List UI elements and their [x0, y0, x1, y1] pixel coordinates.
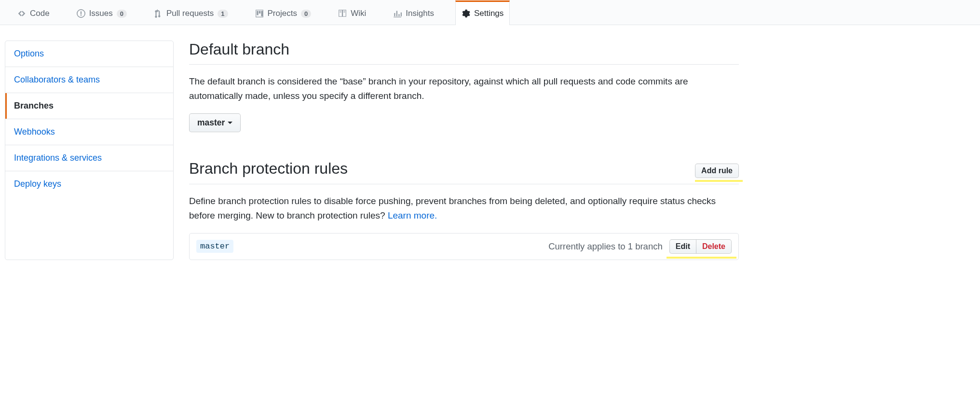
sidemenu-webhooks[interactable]: Webhooks [5, 119, 173, 145]
learn-more-link[interactable]: Learn more. [388, 210, 437, 220]
issue-icon [77, 9, 85, 18]
tab-label: Insights [406, 9, 434, 18]
rule-applies-text: Currently applies to 1 branch [548, 241, 663, 252]
tab-code[interactable]: Code [12, 0, 55, 25]
branch-protection-desc-text: Define branch protection rules to disabl… [189, 196, 716, 220]
edit-rule-button[interactable]: Edit [669, 239, 696, 254]
branch-protection-desc: Define branch protection rules to disabl… [189, 194, 739, 223]
tab-settings[interactable]: Settings [455, 0, 510, 25]
tab-label: Projects [268, 9, 297, 18]
code-icon [17, 9, 26, 18]
pr-icon [154, 9, 163, 18]
tab-count: 1 [218, 10, 228, 18]
settings-sidemenu: Options Collaborators & teams Branches W… [5, 41, 174, 260]
protection-rule-row: master Currently applies to 1 branch Edi… [189, 233, 739, 260]
tab-label: Settings [474, 9, 504, 18]
tab-label: Issues [89, 9, 113, 18]
branch-protection-title-text: Branch protection rules [189, 160, 348, 178]
sidemenu-deploy-keys[interactable]: Deploy keys [5, 171, 173, 197]
tab-pull-requests[interactable]: Pull requests 1 [148, 0, 234, 25]
default-branch-desc: The default branch is considered the “ba… [189, 74, 739, 104]
settings-main: Default branch The default branch is con… [189, 41, 739, 260]
sidemenu-collaborators[interactable]: Collaborators & teams [5, 67, 173, 93]
project-icon [255, 9, 264, 18]
tab-label: Code [30, 9, 50, 18]
caret-down-icon [228, 122, 232, 124]
tab-label: Wiki [351, 9, 366, 18]
sidemenu-options[interactable]: Options [5, 41, 173, 67]
graph-icon [393, 9, 402, 18]
rule-branch-tag: master [196, 240, 233, 253]
tab-insights[interactable]: Insights [387, 0, 440, 25]
repo-tabnav: Code Issues 0 Pull requests 1 Projects 0… [0, 0, 980, 25]
tab-issues[interactable]: Issues 0 [71, 0, 133, 25]
tab-count: 0 [301, 10, 311, 18]
tab-projects[interactable]: Projects 0 [249, 0, 317, 25]
rule-action-group: Edit Delete [669, 239, 732, 254]
book-icon [338, 9, 347, 18]
delete-rule-button[interactable]: Delete [696, 239, 732, 254]
gear-icon [462, 9, 470, 18]
default-branch-dropdown[interactable]: master [189, 113, 241, 132]
tab-label: Pull requests [166, 9, 214, 18]
default-branch-selected: master [197, 118, 225, 128]
branch-protection-title: Branch protection rules Add rule [189, 159, 739, 184]
add-rule-button[interactable]: Add rule [695, 164, 739, 178]
sidemenu-branches[interactable]: Branches [5, 93, 173, 119]
sidemenu-integrations[interactable]: Integrations & services [5, 145, 173, 171]
tab-wiki[interactable]: Wiki [332, 0, 372, 25]
tab-count: 0 [117, 10, 127, 18]
default-branch-title: Default branch [189, 41, 739, 65]
